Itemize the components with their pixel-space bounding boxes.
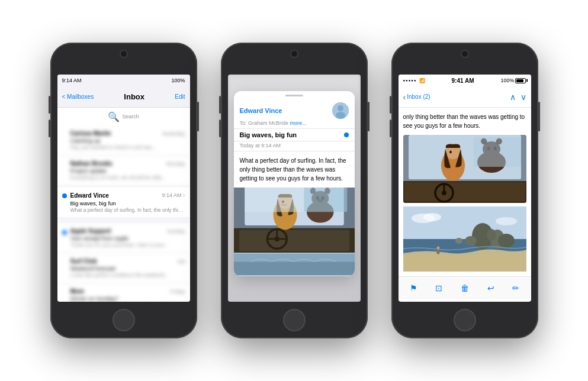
svg-point-1	[338, 105, 343, 111]
svg-rect-6	[239, 230, 349, 251]
status-bar-1: 9:14 AM 100%	[57, 75, 190, 86]
svg-point-44	[498, 234, 515, 248]
email-image-1	[403, 135, 526, 203]
mail-sender: Mom	[70, 288, 84, 295]
list-item: Surf Club Sat Weekend forecast Looks lik…	[57, 253, 190, 283]
mail-item-header: Edward Vince 9:14 AM	[70, 191, 185, 199]
status-bar-3: ●●●●● 📶 9:41 AM 100%	[399, 75, 531, 86]
inbox-title: Inbox	[124, 92, 144, 101]
power-button	[538, 102, 540, 131]
peek-body: What a perfect day of surfing. In fact, …	[234, 151, 355, 188]
peek-subject-row: Big waves, big fun	[234, 129, 355, 141]
mail-time: Sunday	[167, 228, 185, 234]
volume-down-button	[49, 120, 50, 137]
compose-button[interactable]: ✏	[512, 283, 519, 293]
mail-subject: Big waves, big fun	[70, 200, 185, 206]
mail-item-header: Mom Friday	[70, 288, 185, 295]
mail-item-content: Nathan Brooks Monday Project update Ever…	[70, 160, 185, 180]
svg-point-29	[442, 190, 446, 195]
mail-time: 9:14 AM	[162, 191, 185, 199]
mail-time: Monday	[166, 161, 185, 167]
unread-indicator	[62, 260, 67, 265]
svg-point-2	[336, 112, 345, 119]
email-body: only thing better than the waves was get…	[399, 108, 531, 276]
volume-up-button	[390, 96, 391, 114]
wifi-icon: 📶	[419, 78, 425, 83]
home-button-3[interactable]	[454, 309, 476, 331]
mail-subject: Dinner on Sunday?	[70, 295, 185, 302]
flag-button[interactable]: ⚑	[410, 283, 417, 293]
svg-point-51	[496, 217, 517, 225]
phone-1-screen: 9:14 AM 100% < Mailboxes Inbox Edit 🔍 Se…	[57, 75, 190, 302]
list-item[interactable]: Nathan Brooks Monday Project update Ever…	[57, 156, 190, 186]
mail-preview: Looks like perfect conditions this weeke…	[70, 272, 185, 278]
search-bar[interactable]: 🔍 Search	[61, 110, 187, 123]
list-item[interactable]: Carissa Martin Yesterday Catching up Hey…	[57, 125, 190, 156]
phone-3-screen: ●●●●● 📶 9:41 AM 100% ‹ Inbox (2) ∧ ∨	[399, 75, 531, 302]
peek-handle	[285, 95, 303, 96]
phone-2-screen: Edward Vince To: Graham McBride more... …	[228, 75, 361, 302]
status-time-3: 9:41 AM	[452, 78, 474, 84]
search-icon: 🔍	[108, 111, 120, 122]
mail-preview: Everything is on track, we should be abl…	[70, 175, 185, 180]
unread-indicator	[62, 163, 67, 167]
mail-item-content: Surf Club Sat Weekend forecast Looks lik…	[70, 258, 185, 278]
peek-header: Edward Vince To: Graham McBride more...	[234, 99, 355, 129]
back-to-inbox-button[interactable]: ‹ Inbox (2)	[403, 92, 430, 102]
mail-sender: Apple Support	[70, 228, 111, 234]
unread-indicator	[62, 133, 67, 137]
inbox-back-label: Inbox (2)	[407, 93, 430, 100]
svg-point-45	[465, 236, 477, 246]
previous-email-button[interactable]: ∧	[510, 92, 516, 102]
edit-button-1[interactable]: Edit	[175, 93, 185, 100]
svg-rect-27	[404, 182, 525, 201]
email-message-text: only thing better than the waves was get…	[403, 112, 526, 130]
mail-subject: Project update	[70, 167, 185, 174]
mail-sender: Carissa Martin	[70, 130, 111, 137]
mailboxes-back-button[interactable]: < Mailboxes	[62, 93, 94, 100]
svg-point-33	[449, 151, 452, 153]
mail-preview: Thank you for your purchase. Here is you…	[70, 242, 185, 248]
chevron-right-icon	[183, 191, 185, 199]
svg-rect-23	[234, 261, 355, 275]
peek-card[interactable]: Edward Vince To: Graham McBride more... …	[234, 91, 355, 276]
mail-preview: What a perfect day of surfing. In fact, …	[70, 207, 185, 213]
peek-email-image	[234, 188, 355, 253]
home-button-1[interactable]	[113, 309, 135, 331]
phone-3-email-view: ●●●●● 📶 9:41 AM 100% ‹ Inbox (2) ∧ ∨	[391, 43, 538, 338]
mail-time: Friday	[170, 289, 185, 295]
next-email-button[interactable]: ∨	[520, 92, 526, 102]
folder-button[interactable]: ⊡	[435, 283, 442, 293]
mail-subject: Your receipt from Apple	[70, 235, 185, 241]
battery-text: 100%	[500, 78, 514, 83]
peek-email-image-2	[234, 253, 355, 276]
mail-sender-name: Edward Vince	[70, 192, 109, 199]
svg-point-48	[436, 247, 439, 250]
signal-icon: ●●●●●	[403, 79, 417, 82]
mail-item-content: Edward Vince 9:14 AM Big waves, big fun …	[70, 191, 185, 213]
email-toolbar: ⚑ ⊡ 🗑 ↩ ✏	[399, 276, 531, 299]
phone-2-peek: Edward Vince To: Graham McBride more... …	[221, 43, 368, 338]
status-time-1: 9:14 AM	[62, 78, 82, 83]
mail-item-header: Apple Support Sunday	[70, 228, 185, 234]
power-button	[197, 102, 199, 131]
home-button-2[interactable]	[283, 309, 306, 331]
mail-time: Sat	[177, 259, 185, 264]
peek-sender-name: Edward Vince	[240, 107, 282, 114]
volume-down-button	[390, 120, 391, 137]
mail-item-edward-vince[interactable]: Edward Vince 9:14 AM Big waves, big fun …	[57, 186, 190, 218]
battery-icon	[515, 78, 526, 83]
mail-item-header: Surf Club Sat	[70, 258, 185, 264]
svg-rect-38	[474, 137, 521, 167]
unread-dot	[62, 193, 67, 198]
status-battery-1: 100%	[171, 78, 185, 83]
mail-subject: Catching up	[70, 137, 185, 144]
reply-button[interactable]: ↩	[487, 283, 494, 293]
blurred-items-below: Apple Support Sunday Your receipt from A…	[57, 218, 190, 302]
svg-rect-21	[245, 188, 304, 212]
email-nav-arrows: ∧ ∨	[510, 92, 526, 102]
trash-button[interactable]: 🗑	[461, 283, 469, 293]
peek-more-link[interactable]: more...	[290, 120, 307, 126]
peek-sender-row: Edward Vince	[240, 102, 349, 119]
peek-to-line: To: Graham McBride more...	[240, 120, 349, 126]
